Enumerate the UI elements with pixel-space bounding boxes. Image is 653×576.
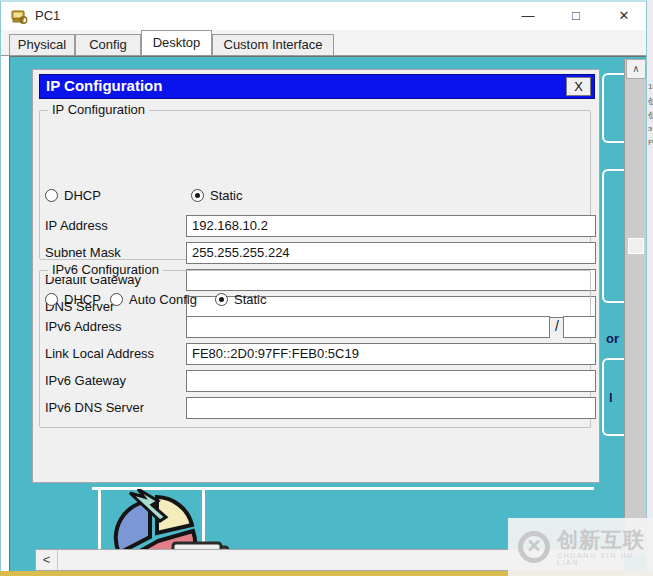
maximize-button[interactable]: □ (559, 2, 593, 30)
background-icon-cell (602, 358, 626, 436)
ipv6-dns-server-row: IPv6 DNS Server (33, 397, 601, 419)
minimize-button[interactable]: — (511, 2, 545, 30)
close-button[interactable]: ✕ (607, 2, 641, 30)
ipv6-gateway-row: IPv6 Gateway (33, 370, 601, 392)
behind-window-text: 创 (648, 110, 653, 121)
ipv6-address-row: IPv6 Address / (33, 316, 601, 338)
link-local-address-input[interactable]: FE80::2D0:97FF:FEB0:5C19 (186, 343, 596, 365)
tab-bar: Physical Config Desktop Custom Interface (1, 30, 646, 56)
behind-window-text: 10 (648, 82, 653, 91)
window-titlebar: PC1 — □ ✕ (1, 2, 646, 30)
ipv6-gateway-input[interactable] (186, 370, 596, 392)
ip-address-row: IP Address 192.168.10.2 (33, 215, 601, 237)
ipv4-group-label: IP Configuration (48, 102, 149, 117)
watermark: ✕ 创新互联 CHUANG XIN HU LIAN (508, 518, 653, 576)
subnet-mask-input[interactable]: 255.255.255.224 (186, 242, 596, 264)
radio-circle[interactable] (45, 293, 58, 306)
ipv6-radio-row: DHCP Auto Config Static (45, 292, 585, 308)
vertical-scrollbar-thumb[interactable] (628, 238, 644, 254)
link-local-address-row: Link Local Address FE80::2D0:97FF:FEB0:5… (33, 343, 601, 365)
behind-window-text: 创 (648, 96, 653, 107)
vertical-scrollbar[interactable]: ∧ (624, 59, 646, 555)
radio-circle[interactable] (110, 293, 123, 306)
background-icon-cell (602, 169, 626, 303)
tab-config[interactable]: Config (75, 34, 141, 55)
ip-configuration-dialog: IP Configuration X IP Configuration DHCP… (32, 69, 600, 483)
ip-address-input[interactable]: 192.168.10.2 (186, 215, 596, 237)
radio-circle[interactable] (45, 189, 58, 202)
app-window: PC1 — □ ✕ Physical Config Desktop Custom… (0, 0, 647, 572)
watermark-name: 创新互联 (557, 528, 653, 552)
watermark-subtitle: CHUANG XIN HU LIAN (557, 552, 653, 566)
radio-circle[interactable] (191, 189, 204, 202)
desktop-tab-content: or l IP Configuration X (9, 56, 646, 572)
dialog-close-button[interactable]: X (566, 77, 591, 96)
clipped-icon-label: l (609, 390, 613, 405)
ipv6-prefix-input[interactable] (563, 316, 596, 338)
tab-custom-interface[interactable]: Custom Interface (212, 34, 334, 55)
ipv6-group-label: IPv6 Configuration (48, 262, 163, 277)
dialog-title: IP Configuration (46, 77, 162, 94)
clipped-icon-label: or (606, 331, 619, 346)
background-icon-cell (602, 73, 626, 143)
window-title: PC1 (35, 8, 60, 23)
watermark-logo-icon: ✕ (518, 531, 550, 563)
ipv6-address-input[interactable] (186, 316, 550, 338)
tab-desktop[interactable]: Desktop (141, 30, 212, 55)
dialog-titlebar[interactable]: IP Configuration X (39, 74, 595, 99)
scroll-up-arrow-icon[interactable]: ∧ (626, 59, 646, 79)
ipv4-radio-row: DHCP Static (45, 188, 585, 204)
prefix-separator: / (555, 318, 559, 334)
behind-window-text: Pe (648, 138, 653, 147)
behind-window-text: э (648, 124, 653, 133)
screenshot-root: PC1 — □ ✕ Physical Config Desktop Custom… (0, 0, 653, 576)
radio-circle[interactable] (215, 293, 228, 306)
tab-physical[interactable]: Physical (9, 34, 75, 55)
ipv4-group: IP Configuration (39, 110, 591, 260)
ipv6-dns-server-input[interactable] (186, 397, 596, 419)
scroll-left-arrow-icon[interactable]: < (36, 550, 58, 570)
pc-device-icon (11, 8, 28, 25)
subnet-mask-row: Subnet Mask 255.255.255.224 (33, 242, 601, 264)
